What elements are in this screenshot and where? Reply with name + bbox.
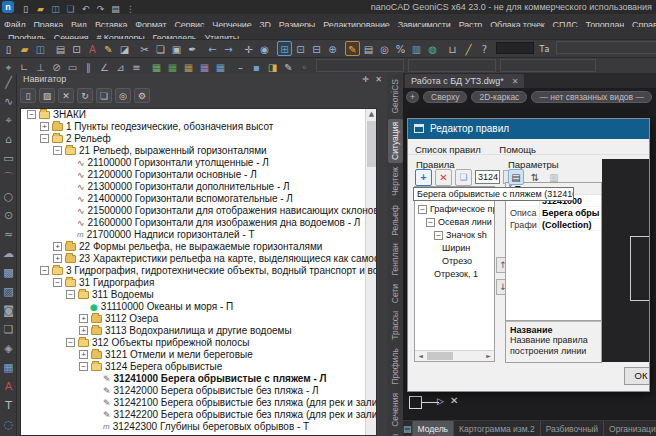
collapse-icon[interactable]: − bbox=[27, 110, 36, 119]
match-props-icon[interactable]: ✒ bbox=[185, 41, 200, 56]
menu2-item-3[interactable]: Геомодель bbox=[149, 32, 201, 39]
side-tab-сети[interactable]: Сети bbox=[388, 281, 403, 306]
paste-icon[interactable]: ▣ bbox=[169, 41, 184, 56]
snap-angle-icon[interactable]: ∠ bbox=[97, 59, 112, 73]
open-file-icon[interactable]: ▰ bbox=[34, 2, 47, 14]
pan-icon[interactable]: ✛ bbox=[241, 41, 256, 56]
tree-item[interactable]: т31242300 Глубины береговых обрывов - Т bbox=[21, 421, 376, 433]
bucket-icon[interactable]: ◨ bbox=[265, 59, 280, 73]
tree-item[interactable]: ∿21400000 Горизонтали вспомогательные - … bbox=[21, 193, 376, 205]
redo-icon[interactable]: ↷ bbox=[94, 2, 107, 14]
collapse-icon[interactable]: − bbox=[426, 218, 435, 227]
rule-tree-item[interactable]: −Значок sh bbox=[415, 229, 494, 242]
hscroll-thumb[interactable] bbox=[427, 352, 453, 360]
menu2-item-2[interactable]: # Коридоры bbox=[93, 32, 149, 39]
pin-icon[interactable]: ✛ bbox=[360, 74, 371, 85]
copy-rule-button[interactable]: ❏ bbox=[455, 169, 472, 186]
copy-icon[interactable]: ❏ bbox=[96, 88, 112, 103]
menu-item-13[interactable]: СПДС bbox=[549, 19, 582, 27]
copy-tool-icon[interactable]: ❏ bbox=[0, 320, 17, 339]
collapse-icon[interactable]: − bbox=[40, 266, 49, 275]
menu-help[interactable]: Помощь bbox=[492, 142, 543, 158]
region-tool-icon[interactable]: ◙ bbox=[0, 301, 17, 320]
delete-rule-button[interactable]: ✕ bbox=[435, 169, 452, 186]
tree-item[interactable]: ✎31242200 Берега обрывистые без пляжа (д… bbox=[21, 409, 376, 421]
snap-endpoint-icon[interactable]: ∟ bbox=[17, 59, 32, 73]
layer-combo[interactable] bbox=[316, 59, 404, 72]
tab-close-icon[interactable]: ✕ bbox=[512, 77, 519, 86]
polygon-tool-icon[interactable]: ⌂ bbox=[0, 130, 17, 149]
expand-icon[interactable]: + bbox=[40, 122, 49, 131]
rule-tree-item[interactable]: Отрезо bbox=[415, 255, 494, 268]
help-icon[interactable]: ? bbox=[477, 41, 492, 56]
polyline-tool-icon[interactable]: ∿ bbox=[0, 92, 17, 111]
save-as-icon[interactable]: ❏ bbox=[64, 2, 77, 14]
undo-icon[interactable]: ← bbox=[205, 41, 220, 56]
tree-item[interactable]: +3121 Отмели и мели береговые bbox=[21, 349, 376, 361]
side-tab-генплан[interactable]: Генплан bbox=[388, 240, 403, 278]
snap-extents-icon[interactable]: ▭ bbox=[65, 59, 80, 73]
tree-item[interactable]: +23 Характеристики рельефа на карте, выд… bbox=[21, 253, 376, 265]
collapse-icon[interactable]: − bbox=[40, 134, 49, 143]
menu-item-14[interactable]: Топоплан bbox=[582, 19, 629, 27]
tree-item[interactable]: ✎31242000 Берега обрывистые без пляжа - … bbox=[21, 385, 376, 397]
side-tab-чертеж[interactable]: Чертеж bbox=[388, 164, 403, 199]
viewport-control-2[interactable]: 2D-каркас bbox=[471, 91, 527, 103]
rule-tree-item[interactable]: Отрезок, 1 bbox=[415, 268, 494, 281]
layout-icon[interactable]: ⊔ bbox=[445, 41, 460, 56]
table-blue-icon[interactable]: ▦ bbox=[213, 59, 228, 73]
arc-tool-icon[interactable]: ⌒ bbox=[0, 168, 17, 187]
save-icon[interactable]: ◫ bbox=[49, 2, 62, 14]
navigator-header[interactable]: Навигатор ✛ ✕ bbox=[17, 73, 387, 86]
menu-item-12[interactable]: Облака точек bbox=[486, 19, 548, 27]
collapse-icon[interactable]: − bbox=[79, 362, 88, 371]
viewport-control-3[interactable]: — нет связанных видов — bbox=[531, 91, 652, 103]
scroll-left-icon[interactable]: ◄ bbox=[415, 351, 426, 361]
expand-icon[interactable]: + bbox=[53, 242, 62, 251]
cloud-tool-icon[interactable]: ☁ bbox=[0, 244, 17, 263]
new-icon[interactable]: ▯ bbox=[1, 41, 16, 56]
tree-item[interactable]: −312 Объекты прибрежной полосы bbox=[21, 337, 376, 349]
tree-item[interactable]: +3112 Озера bbox=[21, 313, 376, 325]
edit-icon[interactable]: ✎ bbox=[101, 41, 116, 56]
menu-item-11[interactable]: Растр bbox=[455, 19, 487, 27]
spline-tool-icon[interactable]: ≈ bbox=[0, 225, 17, 244]
tree-item[interactable]: ✎31242100 Берега обрывистые без пляжа (д… bbox=[21, 397, 376, 409]
new-file-icon[interactable]: ▯ bbox=[19, 2, 32, 14]
tree-item[interactable]: −3 Гидрография, гидротехнические объекты… bbox=[21, 265, 376, 277]
tree-item[interactable]: −311 Водоемы bbox=[21, 289, 376, 301]
new-icon[interactable]: ▯ bbox=[20, 88, 36, 103]
tree-item[interactable]: −21 Рельеф, выраженный горизонталями bbox=[21, 145, 376, 157]
cut-icon[interactable]: ✂ bbox=[137, 41, 152, 56]
menu-item-10[interactable]: Зависимости bbox=[394, 19, 455, 27]
text-tool-icon[interactable]: Т bbox=[0, 396, 17, 415]
side-tab-коридоры[interactable]: Коридоры bbox=[388, 431, 403, 436]
expand-icon[interactable]: + bbox=[79, 350, 88, 359]
globe-icon[interactable]: ◍ bbox=[425, 41, 440, 56]
block-tool-icon[interactable]: ◈ bbox=[0, 339, 17, 358]
point-tool-icon[interactable]: ⌖ bbox=[0, 111, 17, 130]
table-green-icon[interactable]: ▦ bbox=[149, 59, 164, 73]
menu-item-7[interactable]: 3D bbox=[256, 19, 275, 27]
expand-icon[interactable]: + bbox=[79, 326, 88, 335]
tree-item[interactable]: −2 Рельеф bbox=[21, 133, 376, 145]
zoom-in-icon[interactable]: ⊕ bbox=[325, 41, 340, 56]
tree-item[interactable]: −ЗНАКИ bbox=[21, 109, 376, 121]
property-row[interactable]: ОписаБерега обры bbox=[506, 207, 601, 219]
zoom-realtime-icon[interactable]: ◉ bbox=[257, 41, 272, 56]
table-violet-icon[interactable]: ▦ bbox=[197, 59, 212, 73]
tree-item[interactable]: +3113 Водохранилища и другие водоемы bbox=[21, 325, 376, 337]
close-icon[interactable]: ✕ bbox=[373, 74, 384, 85]
hatch-tool-icon[interactable]: ▩ bbox=[0, 263, 17, 282]
zoom-previous-icon[interactable]: ⊟ bbox=[309, 41, 324, 56]
side-tab-профиль[interactable]: Профиль bbox=[388, 345, 403, 388]
add-rule-button[interactable]: + bbox=[415, 169, 432, 186]
redo-icon[interactable]: → bbox=[221, 41, 236, 56]
scroll-right-icon[interactable]: ► bbox=[483, 351, 494, 361]
viewport-control-0[interactable]: + bbox=[406, 91, 419, 103]
collapse-icon[interactable]: − bbox=[66, 338, 75, 347]
tree-item[interactable]: ●31110000 Океаны и моря - П bbox=[21, 301, 376, 313]
preview-icon[interactable]: ⊡ bbox=[69, 41, 84, 56]
sheet-set-icon[interactable]: ▥ bbox=[409, 41, 424, 56]
snap-none-icon[interactable]: ⊘ bbox=[49, 59, 64, 73]
